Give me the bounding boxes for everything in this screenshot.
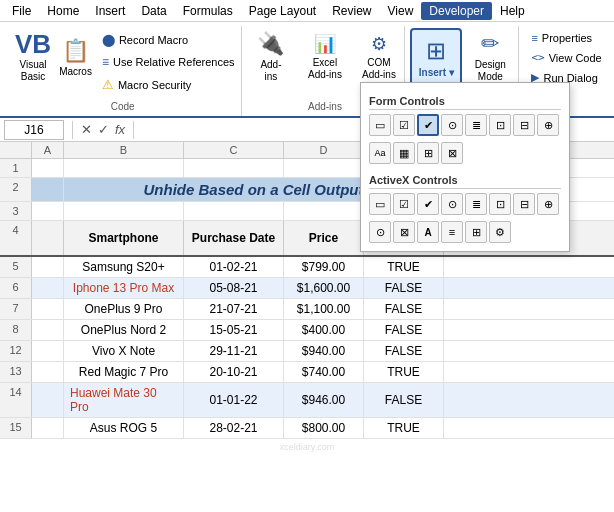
cell-14b[interactable]: Huawei Mate 30 Pro (64, 383, 184, 417)
cell-13e[interactable]: TRUE (364, 362, 444, 382)
cell-5c[interactable]: 01-02-21 (184, 257, 284, 277)
fc-ctrl-3[interactable]: ✔ (417, 114, 439, 136)
use-relative-button[interactable]: ≡ Use Relative References (97, 52, 240, 72)
ax-ctrl-2[interactable]: ☑ (393, 193, 415, 215)
properties-button[interactable]: ≡ Properties (526, 30, 606, 46)
ax-ctrl-1[interactable]: ▭ (369, 193, 391, 215)
cell-12b[interactable]: Vivo X Note (64, 341, 184, 361)
ax-ctrl-13[interactable]: ⊞ (465, 221, 487, 243)
cell-6b[interactable]: Iphone 13 Pro Max (64, 278, 184, 298)
cell-5a[interactable] (32, 257, 64, 277)
cell-5b[interactable]: Samsung S20+ (64, 257, 184, 277)
cell-6e[interactable]: FALSE (364, 278, 444, 298)
cell-15a[interactable] (32, 418, 64, 438)
fc-ctrl-10[interactable]: ▦ (393, 142, 415, 164)
cell-15e[interactable]: TRUE (364, 418, 444, 438)
fc-ctrl-11[interactable]: ⊞ (417, 142, 439, 164)
cell-5d[interactable]: $799.00 (284, 257, 364, 277)
cell-13a[interactable] (32, 362, 64, 382)
menu-file[interactable]: File (4, 2, 39, 20)
cell-8b[interactable]: OnePlus Nord 2 (64, 320, 184, 340)
function-icon[interactable]: fx (115, 122, 125, 137)
cell-1d[interactable] (284, 159, 364, 177)
cell-6d[interactable]: $1,600.00 (284, 278, 364, 298)
cell-12a[interactable] (32, 341, 64, 361)
cell-1c[interactable] (184, 159, 284, 177)
cell-1a[interactable] (32, 159, 64, 177)
cell-12c[interactable]: 29-11-21 (184, 341, 284, 361)
cell-5e[interactable]: TRUE (364, 257, 444, 277)
menu-data[interactable]: Data (133, 2, 174, 20)
cell-2a[interactable] (32, 178, 64, 201)
cell-6a[interactable] (32, 278, 64, 298)
cell-13b[interactable]: Red Magic 7 Pro (64, 362, 184, 382)
fc-ctrl-1[interactable]: ▭ (369, 114, 391, 136)
cell-8d[interactable]: $400.00 (284, 320, 364, 340)
menu-home[interactable]: Home (39, 2, 87, 20)
ax-ctrl-11[interactable]: A (417, 221, 439, 243)
ax-ctrl-6[interactable]: ⊡ (489, 193, 511, 215)
cancel-icon[interactable]: ✕ (81, 122, 92, 137)
cell-7d[interactable]: $1,100.00 (284, 299, 364, 319)
insert-button[interactable]: ⊞ Insert ▾ (410, 28, 462, 86)
cell-8a[interactable] (32, 320, 64, 340)
ax-ctrl-4[interactable]: ⊙ (441, 193, 463, 215)
ax-ctrl-10[interactable]: ⊠ (393, 221, 415, 243)
cell-1b[interactable] (64, 159, 184, 177)
cell-14d[interactable]: $946.00 (284, 383, 364, 417)
ax-ctrl-14[interactable]: ⚙ (489, 221, 511, 243)
fc-ctrl-2[interactable]: ☑ (393, 114, 415, 136)
col-header-a[interactable]: A (32, 142, 64, 158)
cell-4a[interactable] (32, 221, 64, 255)
fc-ctrl-6[interactable]: ⊡ (489, 114, 511, 136)
fc-ctrl-5[interactable]: ≣ (465, 114, 487, 136)
cell-6c[interactable]: 05-08-21 (184, 278, 284, 298)
ax-ctrl-5[interactable]: ≣ (465, 193, 487, 215)
macro-security-button[interactable]: ⚠ Macro Security (97, 74, 240, 95)
cell-7b[interactable]: OnePlus 9 Pro (64, 299, 184, 319)
menu-view[interactable]: View (380, 2, 422, 20)
ax-ctrl-8[interactable]: ⊕ (537, 193, 559, 215)
col-header-c[interactable]: C (184, 142, 284, 158)
cell-15c[interactable]: 28-02-21 (184, 418, 284, 438)
cell-14a[interactable] (32, 383, 64, 417)
cell-7a[interactable] (32, 299, 64, 319)
cell-12e[interactable]: FALSE (364, 341, 444, 361)
col-header-b[interactable]: B (64, 142, 184, 158)
cell-12d[interactable]: $940.00 (284, 341, 364, 361)
menu-review[interactable]: Review (324, 2, 379, 20)
visual-basic-button[interactable]: VB Visual Basic (12, 28, 54, 86)
cell-14e[interactable]: FALSE (364, 383, 444, 417)
cell-8c[interactable]: 15-05-21 (184, 320, 284, 340)
cell-3a[interactable] (32, 202, 64, 220)
ax-ctrl-9[interactable]: ⊙ (369, 221, 391, 243)
menu-formulas[interactable]: Formulas (175, 2, 241, 20)
macros-button[interactable]: 📋 Macros (56, 28, 95, 86)
confirm-icon[interactable]: ✓ (98, 122, 109, 137)
cell-3d[interactable] (284, 202, 364, 220)
fc-ctrl-9[interactable]: Aa (369, 142, 391, 164)
ax-ctrl-12[interactable]: ≡ (441, 221, 463, 243)
cell-13d[interactable]: $740.00 (284, 362, 364, 382)
record-macro-button[interactable]: ⬤ Record Macro (97, 30, 240, 50)
excel-add-ins-button[interactable]: 📊 ExcelAdd-ins (299, 28, 351, 86)
cell-reference-box[interactable] (4, 120, 64, 140)
add-ins-button[interactable]: 🔌 Add-ins (245, 28, 297, 86)
cell-8e[interactable]: FALSE (364, 320, 444, 340)
cell-3c[interactable] (184, 202, 284, 220)
fc-ctrl-8[interactable]: ⊕ (537, 114, 559, 136)
menu-help[interactable]: Help (492, 2, 533, 20)
menu-page-layout[interactable]: Page Layout (241, 2, 324, 20)
ax-ctrl-7[interactable]: ⊟ (513, 193, 535, 215)
view-code-button[interactable]: <> View Code (526, 49, 606, 66)
fc-ctrl-4[interactable]: ⊙ (441, 114, 463, 136)
cell-7e[interactable]: FALSE (364, 299, 444, 319)
com-add-ins-button[interactable]: ⚙ COMAdd-ins (353, 28, 405, 86)
cell-15d[interactable]: $800.00 (284, 418, 364, 438)
fc-ctrl-7[interactable]: ⊟ (513, 114, 535, 136)
col-header-d[interactable]: D (284, 142, 364, 158)
cell-15b[interactable]: Asus ROG 5 (64, 418, 184, 438)
cell-13c[interactable]: 20-10-21 (184, 362, 284, 382)
cell-4d-header[interactable]: Price (284, 221, 364, 255)
cell-14c[interactable]: 01-01-22 (184, 383, 284, 417)
